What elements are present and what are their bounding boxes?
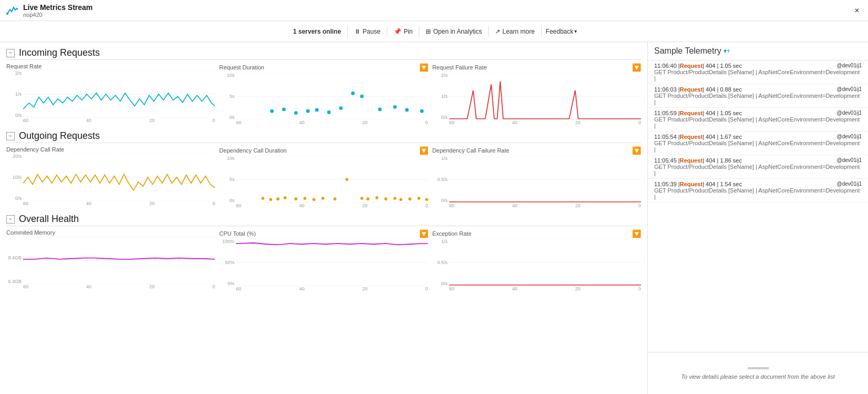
cpu-x-axis: 6040200 xyxy=(236,286,428,291)
pause-icon: ⏸ xyxy=(354,28,360,35)
svg-point-32 xyxy=(284,196,287,199)
dep-duration-filter-icon[interactable]: 🔽 xyxy=(419,146,428,155)
svg-point-34 xyxy=(304,197,307,200)
request-rate-y-axis: 2/s1/s0/s xyxy=(6,70,23,118)
svg-point-15 xyxy=(360,95,364,98)
telemetry-type: Request xyxy=(680,157,702,164)
telemetry-server: @dev01ij1 xyxy=(837,63,862,69)
open-analytics-button[interactable]: ⊞ Open in Analytics xyxy=(419,26,489,37)
exception-svg xyxy=(449,239,641,286)
incoming-title: Incoming Requests xyxy=(19,47,100,58)
pause-button[interactable]: ⏸ Pause xyxy=(348,26,387,37)
chevron-down-icon: ▾ xyxy=(574,28,577,34)
close-button[interactable]: ✕ xyxy=(852,5,862,16)
dep-duration-y-axis: 10s5s0s xyxy=(219,156,236,203)
telemetry-time: 11:05:39 | xyxy=(654,181,680,187)
request-failure-label: Request Failure Rate xyxy=(432,64,487,70)
telemetry-type: Request xyxy=(680,134,702,140)
request-duration-label: Request Duration xyxy=(219,64,264,70)
dep-call-rate-label: Dependency Call Rate xyxy=(6,146,64,153)
memory-x-axis: 6040200 xyxy=(23,284,215,289)
outgoing-requests-section: − Outgoing Requests Dependency Call Rate… xyxy=(6,129,641,208)
svg-point-14 xyxy=(352,92,355,95)
main-container: − Incoming Requests Request Rate 2/s1/s0… xyxy=(0,42,868,394)
feedback-button[interactable]: Feedback ▾ xyxy=(542,26,582,37)
svg-point-47 xyxy=(426,198,428,201)
request-failure-chart: Request Failure Rate 🔽 2/s1/s0/s xyxy=(432,63,641,125)
pin-button[interactable]: 📌 Pin xyxy=(387,26,419,37)
telemetry-title: Sample Telemetry xyxy=(654,46,721,56)
svg-point-31 xyxy=(276,197,280,200)
dep-failure-y-axis: 1/s0.5/s0/s xyxy=(432,156,449,203)
svg-point-30 xyxy=(270,198,273,201)
exception-rate-chart: Exception Rate 🔽 1/s0.5/s0/s xyxy=(432,229,641,291)
telemetry-footer-text: To view details please select a document… xyxy=(681,373,834,380)
request-failure-filter-icon[interactable]: 🔽 xyxy=(632,63,641,72)
pin-icon: 📌 xyxy=(394,28,401,35)
learn-more-button[interactable]: ↗ Learn more xyxy=(489,26,541,37)
cpu-filter-icon[interactable]: 🔽 xyxy=(419,229,428,238)
health-toggle[interactable]: − xyxy=(6,215,15,224)
request-failure-svg xyxy=(449,73,641,120)
telemetry-status: | 404 | 1.05 sec xyxy=(702,63,742,69)
cpu-svg xyxy=(236,239,428,286)
svg-point-41 xyxy=(376,196,379,199)
telemetry-list-item[interactable]: 11:05:39 | Request | 404 | 1.54 sec @dev… xyxy=(648,179,868,203)
overall-health-section: − Overall Health Commited Memory 8.4GB6.… xyxy=(6,213,641,291)
svg-point-36 xyxy=(322,197,325,200)
dep-duration-chart: Dependency Call Duration 🔽 10s5s0s xyxy=(219,146,428,208)
telemetry-server: @dev01ij1 xyxy=(837,157,862,164)
dep-failure-filter-icon[interactable]: 🔽 xyxy=(632,146,641,155)
exception-filter-icon[interactable]: 🔽 xyxy=(632,229,641,238)
request-duration-x-axis: 6040200 xyxy=(236,120,428,125)
incoming-toggle[interactable]: − xyxy=(6,49,15,57)
outgoing-toggle[interactable]: − xyxy=(6,132,15,140)
telemetry-list-item[interactable]: 11:05:54 | Request | 404 | 1.67 sec @dev… xyxy=(648,132,868,155)
app-logo-icon xyxy=(6,4,19,17)
telemetry-list-item[interactable]: 11:05:45 | Request | 404 | 1.86 sec @dev… xyxy=(648,155,868,179)
telemetry-list-item[interactable]: 11:05:59 | Request | 404 | 1.05 sec @dev… xyxy=(648,108,868,132)
request-duration-filter-icon[interactable]: 🔽 xyxy=(419,63,428,72)
request-rate-label: Request Rate xyxy=(6,63,42,69)
telemetry-filter-icon[interactable]: ▾+ xyxy=(724,47,730,55)
memory-svg xyxy=(23,237,215,284)
charts-panel: − Incoming Requests Request Rate 2/s1/s0… xyxy=(0,42,647,394)
incoming-section-header: − Incoming Requests xyxy=(6,46,641,60)
svg-point-16 xyxy=(378,107,382,111)
dep-call-rate-x-axis: 6040200 xyxy=(23,201,215,206)
telemetry-time: 11:05:45 | xyxy=(654,157,680,164)
telemetry-time: 11:05:54 | xyxy=(654,134,680,140)
svg-point-37 xyxy=(334,197,337,200)
telemetry-url: GET Product/ProductDetails [SeName] | As… xyxy=(654,69,862,82)
telemetry-url: GET Product/ProductDetails [SeName] | As… xyxy=(654,187,862,200)
telemetry-list-item[interactable]: 11:06:40 | Request | 404 | 1.05 sec @dev… xyxy=(648,60,868,84)
svg-point-33 xyxy=(295,197,298,200)
telemetry-server: @dev01ij1 xyxy=(837,134,862,140)
telemetry-type: Request xyxy=(680,63,702,69)
telemetry-time: 11:05:59 | xyxy=(654,110,680,116)
dep-failure-x-axis: 6040200 xyxy=(449,203,641,208)
dep-failure-chart: Dependency Call Failure Rate 🔽 1/s0.5/s0… xyxy=(432,146,641,208)
link-icon: ↗ xyxy=(495,28,500,35)
telemetry-status: | 404 | 1.54 sec xyxy=(702,181,742,187)
telemetry-type: Request xyxy=(680,110,702,116)
analytics-icon: ⊞ xyxy=(426,28,431,35)
dep-duration-x-axis: 6040200 xyxy=(236,203,428,208)
request-rate-svg xyxy=(23,70,215,118)
telemetry-list-item[interactable]: 11:06:03 | Request | 404 | 0.88 sec @dev… xyxy=(648,84,868,108)
outgoing-section-header: − Outgoing Requests xyxy=(6,129,641,143)
incoming-charts-row: Request Rate 2/s1/s0/s xyxy=(6,63,641,125)
header-logo: Live Metrics Stream nop420 xyxy=(6,3,92,18)
request-failure-x-axis: 6040200 xyxy=(449,120,641,125)
outgoing-title: Outgoing Requests xyxy=(19,130,100,142)
telemetry-header: Sample Telemetry ▾+ xyxy=(648,42,868,60)
telemetry-time: 11:06:40 | xyxy=(654,63,680,69)
side-panel: Sample Telemetry ▾+ 11:06:40 | Request |… xyxy=(647,42,868,394)
cpu-y-axis: 100%50%0% xyxy=(219,239,236,286)
telemetry-url: GET Product/ProductDetails [SeName] | As… xyxy=(654,140,862,153)
telemetry-url: GET Product/ProductDetails [SeName] | As… xyxy=(654,164,862,176)
svg-point-9 xyxy=(294,111,298,115)
telemetry-status: | 404 | 1.67 sec xyxy=(702,134,742,140)
svg-point-38 xyxy=(346,178,349,181)
telemetry-list: 11:06:40 | Request | 404 | 1.05 sec @dev… xyxy=(648,60,868,352)
